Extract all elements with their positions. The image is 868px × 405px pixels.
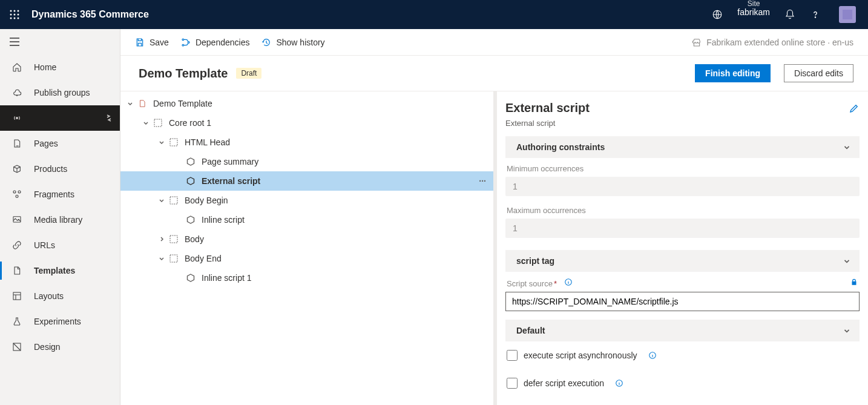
sidebar-item-fragments[interactable]: Fragments — [0, 182, 120, 207]
help-button[interactable] — [803, 0, 828, 29]
finish-editing-button[interactable]: Finish editing — [695, 64, 771, 82]
user-avatar[interactable] — [828, 0, 863, 29]
sidebar-item-layouts[interactable]: Layouts — [0, 283, 120, 309]
dependencies-button[interactable]: Dependencies — [181, 38, 250, 47]
section-label: script tag — [516, 256, 554, 266]
tree-label: HTML Head — [185, 137, 230, 147]
tree-node-body-begin[interactable]: Body Begin — [120, 191, 493, 210]
section-default[interactable]: Default — [505, 320, 860, 341]
design-icon — [11, 342, 23, 352]
svg-rect-21 — [154, 119, 162, 127]
svg-point-4 — [14, 14, 16, 16]
sidebar-item-label: URLs — [34, 240, 55, 250]
tree-node-core[interactable]: Core root 1 — [120, 113, 493, 133]
script-source-label: Script source* — [507, 278, 858, 288]
svg-rect-27 — [170, 235, 177, 243]
defer-checkbox[interactable] — [507, 378, 518, 389]
layout-icon — [11, 291, 23, 301]
sidebar-toggle[interactable] — [0, 29, 120, 54]
info-icon[interactable] — [564, 278, 573, 286]
tree-node-html-head[interactable]: HTML Head — [120, 133, 493, 152]
section-authoring[interactable]: Authoring constraints — [505, 136, 860, 158]
home-icon — [11, 62, 23, 72]
tree-node-inline-script-1[interactable]: Inline script 1 — [120, 268, 493, 288]
max-occurrences-label: Maximum occurrences — [507, 206, 858, 215]
async-label: execute script asynchronously — [524, 351, 637, 360]
properties-subtitle: External script — [505, 119, 860, 128]
discard-edits-button[interactable]: Discard edits — [784, 64, 853, 82]
tree-node-body-end[interactable]: Body End — [120, 249, 493, 268]
link-icon — [11, 240, 23, 250]
sidebar-item-pages[interactable]: Pages — [0, 131, 120, 156]
sidebar-item-home[interactable]: Home — [0, 54, 120, 80]
more-button[interactable]: ··· — [479, 176, 486, 186]
chevron-down-icon — [843, 326, 851, 335]
svg-marker-24 — [188, 177, 194, 185]
sidebar-item-experiments[interactable]: Experiments — [0, 309, 120, 334]
info-icon[interactable] — [615, 379, 623, 387]
tree-label: External script — [202, 176, 260, 186]
tree-node-inline-script[interactable]: Inline script — [120, 210, 493, 229]
lock-icon — [850, 278, 858, 286]
chevron-down-icon — [124, 100, 136, 107]
tree-label: Inline script 1 — [202, 273, 251, 283]
min-occurrences-field: 1 — [505, 177, 860, 196]
product-icon — [11, 164, 23, 174]
tree-label: Body — [185, 234, 204, 244]
tree-label: Core root 1 — [169, 118, 211, 128]
globe-button[interactable] — [705, 0, 730, 29]
module-icon — [185, 177, 197, 185]
container-icon — [168, 254, 180, 263]
sidebar-item-publish-groups[interactable]: Publish groups — [0, 80, 120, 105]
chevron-down-icon — [843, 143, 851, 151]
async-checkbox[interactable] — [507, 350, 518, 361]
publish-icon — [11, 88, 23, 97]
min-occurrences-label: Minimum occurrences — [507, 164, 858, 173]
tree-node-external-script[interactable]: External script ··· — [120, 171, 493, 191]
channel-label: Fabrikam extended online store · en-us — [706, 38, 853, 47]
svg-rect-22 — [170, 139, 177, 146]
avatar-icon — [839, 6, 856, 23]
tree-node-body[interactable]: Body — [120, 229, 493, 249]
tree-node-page-summary[interactable]: Page summary — [120, 152, 493, 171]
top-bar: Dynamics 365 Commerce Site fabrikam — [0, 0, 868, 29]
properties-panel: External script External script Authorin… — [497, 91, 868, 405]
tree-node-template[interactable]: Demo Template — [120, 94, 493, 113]
tree-label: Body End — [185, 254, 222, 263]
svg-point-7 — [14, 18, 16, 19]
chevron-down-icon — [140, 119, 152, 127]
notifications-button[interactable] — [777, 0, 803, 29]
chevron-down-icon — [843, 257, 851, 265]
sidebar-item-media[interactable]: Media library — [0, 207, 120, 232]
svg-point-6 — [10, 18, 12, 19]
svg-point-5 — [18, 14, 19, 16]
history-button[interactable]: Show history — [261, 38, 324, 47]
page-title: Demo Template — [139, 67, 228, 81]
module-icon — [185, 157, 197, 166]
title-bar: Demo Template Draft Finish editing Disca… — [120, 56, 868, 91]
info-icon[interactable] — [648, 351, 657, 360]
svg-point-12 — [13, 191, 16, 193]
svg-point-1 — [14, 10, 16, 12]
sidebar-item-label: Design — [34, 342, 61, 352]
sidebar-item-products[interactable]: Products — [0, 156, 120, 182]
site-selector[interactable]: Site fabrikam — [730, 0, 777, 29]
app-launcher-button[interactable] — [0, 0, 29, 29]
script-source-input[interactable] — [505, 292, 860, 311]
sidebar-item-templates[interactable]: Templates — [0, 258, 120, 283]
sidebar-item-label: Layouts — [34, 291, 64, 301]
svg-point-2 — [18, 10, 19, 12]
svg-point-0 — [10, 10, 12, 12]
store-icon — [692, 38, 702, 47]
container-icon — [168, 235, 180, 243]
command-bar: Save Dependencies Show history Fabrikam … — [120, 29, 868, 56]
section-label: Default — [516, 326, 545, 335]
sidebar-item-design[interactable]: Design — [0, 334, 120, 360]
sidebar-item-urls[interactable]: URLs — [0, 232, 120, 258]
sidebar-item-channel[interactable] — [0, 105, 120, 131]
pencil-icon — [849, 103, 860, 114]
edit-button[interactable] — [849, 103, 860, 114]
history-icon — [261, 38, 271, 47]
section-script-tag[interactable]: script tag — [505, 250, 860, 272]
save-button[interactable]: Save — [135, 38, 169, 47]
